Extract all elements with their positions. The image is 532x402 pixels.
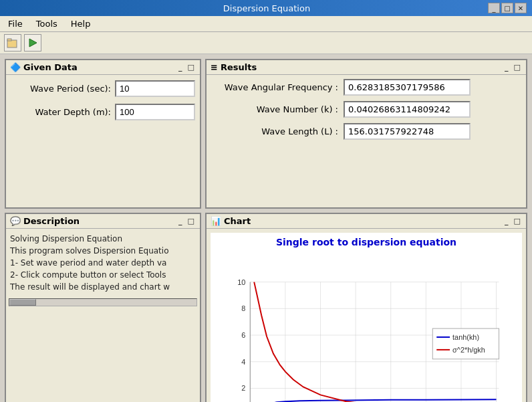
desc-maximize[interactable]: □ bbox=[186, 217, 196, 225]
wavelen-label: Wave Length (L) : bbox=[213, 126, 344, 136]
window-title: Dispersion Equation bbox=[45, 3, 488, 13]
description-text: Solving Dispersion Equation This program… bbox=[6, 229, 200, 297]
given-data-header: 🔷 Given Data _ □ bbox=[6, 60, 200, 75]
description-icon: 💬 bbox=[10, 216, 21, 226]
y-axis: 0 2 4 6 8 10 bbox=[237, 278, 245, 402]
maximize-button[interactable]: □ bbox=[501, 3, 513, 13]
chart-svg: 0 2 4 6 8 10 1 2 3 4 5 6 7 bbox=[211, 249, 522, 402]
description-scrollbar[interactable] bbox=[9, 298, 197, 306]
desc-line-3: 2- Click compute button or select Tools bbox=[10, 269, 196, 281]
waterdepth-input[interactable] bbox=[115, 104, 195, 120]
desc-line-1: This program solves Dispersion Equatio bbox=[10, 245, 196, 257]
description-title: Description bbox=[23, 216, 80, 226]
wavenum-value: 0.04026863114809242 bbox=[344, 101, 471, 118]
tanh-curve bbox=[250, 399, 496, 402]
given-data-maximize[interactable]: □ bbox=[186, 63, 196, 72]
wavenum-row: Wave Number (k) : 0.04026863114809242 bbox=[213, 101, 519, 118]
results-content: Wave Angular Frequency : 0.6283185307179… bbox=[207, 75, 526, 149]
results-header: ≡ Results _ □ bbox=[207, 60, 526, 75]
waterdepth-label: Water Depth (m): bbox=[11, 107, 115, 117]
menu-bar: File Tools Help bbox=[0, 16, 532, 32]
desc-line-5: The result will be displayed and chart w bbox=[10, 281, 196, 293]
waveperiod-input[interactable] bbox=[115, 80, 195, 97]
given-data-title: Given Data bbox=[23, 62, 78, 72]
chart-maximize[interactable]: □ bbox=[513, 217, 522, 225]
chart-header: 📊 Chart _ □ bbox=[207, 214, 526, 229]
toolbar bbox=[0, 32, 532, 54]
waterdepth-row: Water Depth (m): bbox=[11, 104, 194, 120]
legend-tanh-label: tanh(kh) bbox=[452, 333, 479, 341]
given-data-panel: 🔷 Given Data _ □ Wave Period (sec): Wate… bbox=[5, 59, 201, 209]
menu-tools[interactable]: Tools bbox=[31, 17, 63, 30]
chart-main-title: Single root to dispersion equation bbox=[211, 233, 522, 249]
wavelen-value: 156.031757922748 bbox=[344, 123, 471, 140]
wavelen-row: Wave Length (L) : 156.031757922748 bbox=[213, 123, 519, 140]
desc-line-0: Solving Dispersion Equation bbox=[10, 233, 196, 245]
angfreq-value: 0.6283185307179586 bbox=[344, 79, 471, 96]
chart-title-label: Chart bbox=[224, 216, 251, 226]
minimize-button[interactable]: _ bbox=[488, 3, 500, 13]
results-icon: ≡ bbox=[211, 62, 218, 72]
description-header: 💬 Description _ □ bbox=[6, 214, 200, 229]
description-panel: 💬 Description _ □ Solving Dispersion Equ… bbox=[5, 213, 201, 402]
results-panel: ≡ Results _ □ Wave Angular Frequency : 0… bbox=[205, 59, 527, 209]
desc-line-2: 1- Set wave period and water depth va bbox=[10, 257, 196, 269]
chart-area: Single root to dispersion equation bbox=[211, 233, 522, 402]
open-button[interactable] bbox=[4, 34, 21, 52]
angfreq-row: Wave Angular Frequency : 0.6283185307179… bbox=[213, 79, 519, 96]
scrollbar-thumb[interactable] bbox=[9, 299, 36, 306]
title-bar: Dispersion Equation _ □ ✕ bbox=[0, 0, 532, 16]
chart-panel: 📊 Chart _ □ Single root to dispersion eq… bbox=[205, 213, 527, 402]
svg-marker-2 bbox=[29, 39, 37, 47]
svg-text:8: 8 bbox=[241, 304, 245, 312]
run-button[interactable] bbox=[24, 34, 41, 52]
svg-rect-0 bbox=[7, 40, 17, 47]
legend-sigma-label: σ^2*h/gkh bbox=[452, 346, 485, 354]
waveperiod-label: Wave Period (sec): bbox=[11, 84, 115, 94]
main-area: 🔷 Given Data _ □ Wave Period (sec): Wate… bbox=[0, 54, 532, 402]
results-minimize[interactable]: _ bbox=[503, 63, 510, 72]
svg-text:10: 10 bbox=[237, 278, 245, 286]
menu-file[interactable]: File bbox=[3, 17, 28, 30]
given-data-icon: 🔷 bbox=[10, 62, 21, 72]
menu-help[interactable]: Help bbox=[65, 17, 96, 30]
results-title: Results bbox=[221, 62, 257, 72]
close-button[interactable]: ✕ bbox=[515, 3, 527, 13]
waveperiod-row: Wave Period (sec): bbox=[11, 80, 194, 97]
chart-minimize[interactable]: _ bbox=[503, 217, 510, 225]
svg-rect-1 bbox=[7, 39, 11, 41]
svg-text:4: 4 bbox=[241, 358, 245, 366]
angfreq-label: Wave Angular Frequency : bbox=[213, 82, 344, 92]
chart-icon: 📊 bbox=[211, 216, 221, 226]
desc-minimize[interactable]: _ bbox=[177, 217, 184, 225]
results-maximize[interactable]: □ bbox=[513, 63, 522, 72]
svg-text:6: 6 bbox=[241, 331, 245, 339]
given-data-minimize[interactable]: _ bbox=[177, 63, 184, 72]
wavenum-label: Wave Number (k) : bbox=[213, 104, 344, 114]
svg-text:2: 2 bbox=[241, 384, 245, 392]
